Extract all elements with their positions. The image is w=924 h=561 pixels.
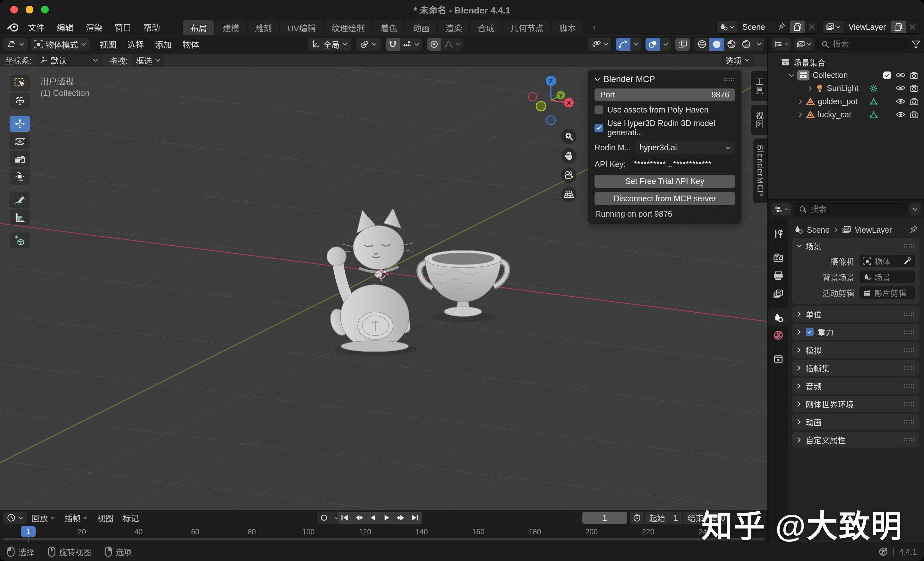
pin-icon[interactable]	[778, 23, 785, 31]
viewport-3d[interactable]: 用户透视 (1) Collection	[0, 67, 767, 510]
viewlayer-selector[interactable]: ViewLayer	[823, 20, 920, 34]
material-preview-button[interactable]	[724, 38, 739, 51]
menu-select[interactable]: 选择	[122, 38, 150, 50]
outliner-row-golden-pot[interactable]: golden_pot	[768, 95, 924, 108]
panel-grip[interactable]	[903, 330, 915, 334]
units-panel[interactable]: 单位	[792, 306, 920, 322]
tab-render-properties[interactable]	[768, 249, 788, 267]
timeline-editor-type-button[interactable]	[3, 512, 27, 524]
tab-geometry-nodes[interactable]: 几何节点	[503, 20, 551, 35]
tab-scene-properties[interactable]	[768, 308, 788, 326]
active-clip-field[interactable]: 影片剪辑	[860, 286, 915, 299]
pin-icon[interactable]	[909, 225, 918, 234]
play-reverse-button[interactable]	[366, 512, 380, 524]
menu-playback[interactable]: 回放	[27, 512, 60, 524]
auto-key-record-button[interactable]	[317, 512, 331, 524]
expand-icon[interactable]	[789, 74, 794, 77]
hide-eye-icon[interactable]	[894, 98, 908, 105]
menu-edit[interactable]: 编辑	[51, 19, 80, 34]
camera-view-button[interactable]	[561, 168, 576, 183]
panel-grip[interactable]	[903, 366, 915, 370]
outliner-display-mode-button[interactable]	[794, 38, 814, 50]
tab-tool-properties[interactable]	[768, 225, 788, 243]
port-field[interactable]: Port 9876	[594, 88, 735, 101]
properties-search-input[interactable]	[810, 204, 902, 214]
move-tool[interactable]	[10, 116, 30, 132]
custom-properties-panel[interactable]: 自定义属性	[792, 432, 920, 447]
new-viewlayer-button[interactable]	[891, 21, 906, 33]
show-gizmo-toggle[interactable]	[616, 38, 630, 51]
zoom-view-button[interactable]	[561, 129, 576, 144]
gravity-panel[interactable]: 重力	[792, 324, 920, 340]
panel-grip[interactable]	[903, 438, 915, 442]
sidebar-tab-blendermcp[interactable]: BlenderMCP	[753, 139, 767, 203]
overlays-dropdown[interactable]	[660, 38, 671, 51]
outliner-editor-type-button[interactable]	[772, 38, 791, 50]
cursor-tool[interactable]	[10, 93, 30, 109]
audio-panel[interactable]: 音频	[792, 378, 920, 393]
sidebar-tab-view[interactable]: 视图	[751, 105, 767, 135]
menu-render[interactable]: 渲染	[80, 19, 108, 34]
simulation-panel[interactable]: 模拟	[792, 342, 920, 358]
disable-render-icon[interactable]	[908, 84, 921, 93]
camera-field[interactable]: 物体	[860, 255, 915, 267]
menu-file[interactable]: 文件	[22, 19, 51, 34]
coordinate-system-selector[interactable]: 默认	[36, 54, 102, 67]
menu-marker[interactable]: 标记	[118, 512, 144, 524]
menu-add[interactable]: 添加	[150, 38, 177, 50]
tab-layout[interactable]: 布局	[183, 20, 214, 35]
selectability-visibility-button[interactable]	[588, 38, 611, 51]
gravity-checkbox[interactable]	[806, 328, 814, 336]
xray-toggle[interactable]	[675, 38, 690, 51]
tab-rendering[interactable]: 渲染	[438, 20, 470, 35]
drag-mode-selector[interactable]: 框选	[132, 54, 164, 67]
outliner-row-lucky-cat[interactable]: lucky_cat	[768, 108, 924, 121]
select-box-tool[interactable]	[10, 75, 30, 91]
shading-dropdown[interactable]	[754, 38, 764, 51]
expand-icon[interactable]	[808, 86, 812, 91]
playhead[interactable]: 1	[21, 526, 36, 537]
properties-editor-type-button[interactable]	[772, 203, 791, 215]
add-cube-tool[interactable]	[10, 232, 30, 248]
mode-selector[interactable]: 物体模式	[30, 38, 90, 51]
use-preview-range-button[interactable]	[630, 512, 644, 524]
menu-view[interactable]: 视图	[94, 38, 122, 50]
panel-grip[interactable]	[903, 312, 915, 316]
tab-shading[interactable]: 着色	[373, 20, 405, 35]
keying-sets-panel[interactable]: 插帧集	[792, 360, 920, 376]
expand-icon[interactable]	[799, 112, 802, 117]
hide-eye-icon[interactable]	[894, 84, 908, 93]
hyper3d-checkbox-row[interactable]: Use Hyper3D Rodin 3D model generati...	[594, 119, 735, 137]
options-dropdown[interactable]: 选项	[722, 54, 753, 67]
hide-eye-icon[interactable]	[894, 72, 908, 79]
tab-sculpting[interactable]: 雕刻	[248, 20, 279, 35]
show-overlays-toggle[interactable]	[645, 38, 660, 51]
outliner-search[interactable]	[816, 38, 908, 50]
properties-options-dropdown[interactable]	[910, 203, 921, 215]
disable-render-icon[interactable]	[908, 72, 921, 79]
menu-window[interactable]: 窗口	[108, 19, 137, 34]
scene-panel-header[interactable]: 场景	[792, 238, 920, 254]
solid-shading-button[interactable]	[710, 38, 724, 51]
remove-viewlayer-button[interactable]	[906, 21, 919, 33]
add-workspace-button[interactable]: +	[584, 20, 604, 35]
outliner-row-sunlight[interactable]: SunLight	[768, 82, 924, 95]
api-key-field[interactable]: **********...************	[630, 158, 735, 171]
tab-modeling[interactable]: 建模	[215, 20, 247, 35]
menu-help[interactable]: 帮助	[137, 19, 166, 34]
hyper3d-checkbox[interactable]	[594, 124, 603, 132]
tab-world-properties[interactable]	[768, 326, 788, 344]
panel-grip[interactable]	[903, 244, 915, 248]
next-keyframe-button[interactable]	[394, 512, 408, 524]
snap-toggle[interactable]	[386, 38, 400, 51]
panel-grip[interactable]	[903, 384, 915, 388]
panel-grip[interactable]	[903, 420, 915, 424]
tab-uv-editing[interactable]: UV编辑	[280, 20, 323, 35]
outliner-row-collection[interactable]: Collection	[768, 69, 924, 82]
menu-keying[interactable]: 插帧	[60, 512, 92, 524]
rodin-mode-selector[interactable]: hyper3d.ai	[635, 141, 735, 154]
breadcrumb-scene[interactable]: Scene	[807, 225, 830, 235]
current-frame-field[interactable]: 1	[582, 512, 627, 524]
collection-checkbox[interactable]	[883, 72, 891, 79]
blender-logo-icon[interactable]	[6, 21, 20, 32]
